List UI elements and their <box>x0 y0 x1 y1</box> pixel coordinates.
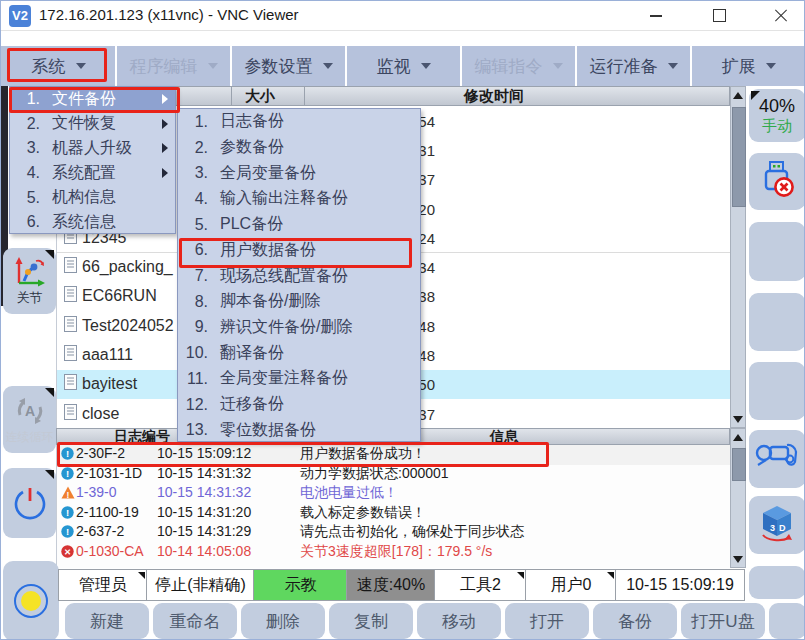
log-time: 10-15 14:31:29 <box>157 523 251 539</box>
toolbar-slot-button[interactable] <box>749 293 805 351</box>
action-button-5[interactable]: 移动 <box>417 603 501 639</box>
jog-mode-joint-button[interactable]: 关节 <box>3 248 56 314</box>
menu-item-label: 脚本备份/删除 <box>220 291 320 312</box>
teach-mode-box[interactable]: 示教 <box>253 569 348 601</box>
menu-item-4[interactable]: 4.输入输出注释备份 <box>178 186 420 212</box>
speed-box[interactable]: 速度:40% <box>346 569 436 601</box>
corner-mark <box>45 388 54 397</box>
user-frame-box[interactable]: 用户0 <box>525 569 617 601</box>
log-id: 2-30F-2 <box>76 445 125 461</box>
log-row[interactable]: !1-39-010-15 14:31:32电池电量过低！ <box>57 484 730 504</box>
menubar-item-4[interactable]: 监视 <box>347 46 460 86</box>
menu-item-4[interactable]: 4.系统配置 <box>10 161 175 186</box>
action-button-8[interactable]: 打开U盘 <box>681 603 765 639</box>
menu-item-number: 2. <box>178 139 208 157</box>
menu-item-5[interactable]: 5.PLC备份 <box>178 212 420 238</box>
menu-item-3[interactable]: 3.机器人升级 <box>10 136 175 161</box>
close-button[interactable] <box>758 1 804 30</box>
action-button-label: 打开 <box>530 610 564 633</box>
menu-item-11[interactable]: 11.全局变量注释备份 <box>178 366 420 392</box>
toolbar-slot-button[interactable] <box>749 566 805 599</box>
menu-item-5[interactable]: 5.机构信息 <box>10 185 175 210</box>
menu-item-8[interactable]: 8.脚本备份/删除 <box>178 289 420 315</box>
run-state-box[interactable]: 停止(非精确) <box>146 569 255 601</box>
menu-item-3[interactable]: 3.全局变量备份 <box>178 160 420 186</box>
power-enable-button[interactable] <box>3 468 56 538</box>
menu-item-13[interactable]: 13.零位数据备份 <box>178 417 420 443</box>
menu-item-number: 4. <box>178 190 208 208</box>
menu-item-7[interactable]: 7.现场总线配置备份 <box>178 263 420 289</box>
toolbar-slot-button[interactable] <box>749 222 805 281</box>
gamepad-icon <box>754 439 800 475</box>
scroll-down-icon[interactable] <box>731 551 745 567</box>
menu-item-6[interactable]: 6.用户数据备份 <box>178 238 420 264</box>
file-icon <box>64 257 77 277</box>
menu-item-10[interactable]: 10.翻译备份 <box>178 340 420 366</box>
file-name: aaa111 <box>82 346 133 364</box>
corner-mark <box>607 572 614 579</box>
log-msg: 用户数据备份成功！ <box>300 445 426 463</box>
menu-item-9[interactable]: 9.辨识文件备份/删除 <box>178 315 420 341</box>
menu-item-6[interactable]: 6.系统信息 <box>10 210 175 235</box>
log-list-scrollbar[interactable] <box>730 428 746 568</box>
menu-item-1[interactable]: 1.日志备份 <box>178 109 420 135</box>
toolbar-slot-button[interactable] <box>749 362 805 420</box>
action-button-4[interactable]: 复制 <box>329 603 413 639</box>
maximize-button[interactable] <box>696 1 742 30</box>
log-list: !2-30F-210-15 15:09:12用户数据备份成功！!2-1031-1… <box>56 445 730 568</box>
pendant-control-button[interactable] <box>749 430 805 488</box>
action-button-3[interactable]: 删除 <box>241 603 325 639</box>
usb-disconnected-icon <box>760 159 794 199</box>
menu-item-2[interactable]: 2.文件恢复 <box>10 112 175 137</box>
scrollbar-thumb[interactable] <box>732 107 746 207</box>
chevron-down-icon <box>208 63 218 69</box>
log-id: 0-1030-CA <box>76 543 144 559</box>
menu-item-label: 机器人升级 <box>52 138 132 159</box>
loop-button-label: 连续循环 <box>6 429 54 446</box>
view-3d-button[interactable]: 3D <box>749 496 805 554</box>
info-icon: ! <box>61 525 74 541</box>
scrollbar-thumb[interactable] <box>732 448 746 481</box>
usb-status-button[interactable] <box>749 153 805 210</box>
menubar-item-2[interactable]: 程序编辑 <box>117 46 230 86</box>
file-name: EC66RUN <box>82 287 157 305</box>
menubar-item-1[interactable]: 系统 <box>2 46 115 86</box>
log-row[interactable]: !2-1031-1D10-15 14:31:32动力学数据状态:000001 <box>57 465 730 485</box>
menu-item-2[interactable]: 2.参数备份 <box>178 135 420 161</box>
menubar-item-6[interactable]: 运行准备 <box>577 46 690 86</box>
log-row[interactable]: !2-637-210-15 14:31:29请先点击初始化，确保处于同步状态 <box>57 523 730 543</box>
scroll-down-icon[interactable] <box>731 411 745 427</box>
user-role-box[interactable]: 管理员 <box>58 569 148 601</box>
minimize-button[interactable] <box>633 1 679 30</box>
status-label: 速度:40% <box>357 575 425 596</box>
menu-item-1[interactable]: 1.文件备份 <box>10 87 175 112</box>
submenu-arrow-icon <box>162 94 168 104</box>
corner-mark <box>45 250 54 259</box>
action-button-7[interactable]: 备份 <box>593 603 677 639</box>
cube-icon: 3D <box>756 502 798 549</box>
svg-text:✕: ✕ <box>64 547 71 557</box>
scroll-up-icon[interactable] <box>731 429 745 445</box>
action-button-2[interactable]: 重命名 <box>153 603 237 639</box>
vnc-logo-icon: V2 <box>9 5 31 27</box>
menubar-item-5[interactable]: 编辑指令 <box>462 46 575 86</box>
gamepad-icon <box>754 439 800 480</box>
deadman-switch-button[interactable] <box>3 561 59 640</box>
log-row[interactable]: ✕0-1030-CA10-14 14:05:08关节3速度超限[178]：179… <box>57 543 730 563</box>
action-button-1[interactable]: 新建 <box>65 603 149 639</box>
scroll-up-icon[interactable] <box>731 87 745 103</box>
continuous-loop-button[interactable]: A 连续循环 <box>3 386 56 453</box>
action-button-6[interactable]: 打开 <box>505 603 589 639</box>
menubar-item-7[interactable]: 扩展 <box>692 46 805 86</box>
file-name: 66_packing_ <box>82 258 173 276</box>
file-list-scrollbar[interactable] <box>730 86 746 428</box>
menu-item-12[interactable]: 12.迁移备份 <box>178 392 420 418</box>
log-row[interactable]: !2-30F-210-15 15:09:12用户数据备份成功！ <box>57 445 730 465</box>
clock-box[interactable]: 10-15 15:09:19 <box>615 569 745 601</box>
speed-mode-button[interactable]: 40%手动 <box>749 89 805 142</box>
log-row[interactable]: !2-1100-1910-15 14:31:20载入标定参数错误！ <box>57 504 730 524</box>
action-button-partial[interactable] <box>769 603 805 639</box>
tool-frame-box[interactable]: 工具2 <box>434 569 527 601</box>
menubar-item-3[interactable]: 参数设置 <box>232 46 345 86</box>
column-divider <box>304 87 305 107</box>
